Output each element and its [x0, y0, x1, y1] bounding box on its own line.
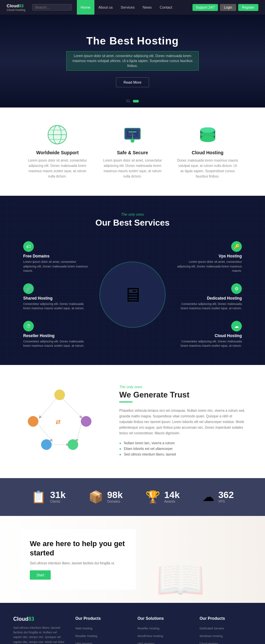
trust-diagram: 👤 💡 👤 🔵 🔴 ⇄ — [20, 388, 99, 455]
svg-text:⇄: ⇄ — [56, 419, 61, 425]
footer-solutions-links: Reseller Hosting WordPress Hosting VPS H… — [137, 625, 190, 644]
start-button[interactable]: Start — [30, 570, 51, 580]
stat-awards: 🏆 14k Awards — [145, 490, 180, 504]
feature-secure-title: Safe & Secure — [102, 150, 164, 155]
worldwide-icon — [47, 124, 68, 145]
feature-worldwide: Worldwide Support Lorem ipsum dolor sit … — [20, 124, 95, 179]
stats-section: 📋 31k Clients 📦 98k Domains 🏆 14k Awards… — [0, 478, 265, 516]
svg-rect-10 — [129, 131, 136, 132]
footer-logo: Cloud83 — [13, 616, 66, 622]
services-right: 🔑 Vps Hosting Lorem ipsum dolor sit amet… — [176, 241, 242, 348]
hero-description: Lorem ipsum dolor sit amet, consectetur … — [66, 51, 199, 71]
services-grid: 🏷 Free Domains Lorem ipsum dolor sit ame… — [13, 241, 252, 348]
footer-sol-wordpress[interactable]: WordPress Hosting — [137, 632, 190, 638]
footer-link-reseller[interactable]: Reseller Hosting — [76, 632, 128, 638]
trust-underline — [119, 401, 132, 402]
domains-value: 98k — [107, 490, 123, 500]
feature-secure-desc: Lorem ipsum dolor sit amet, consectetur … — [102, 158, 164, 179]
domains-icon: 📦 — [88, 490, 103, 504]
service-shared-hosting: 🔗 Shared Hosting Consectetur adipiscing … — [23, 283, 89, 311]
footer-comp-cloud[interactable]: Cloud Hosting — [200, 640, 252, 644]
vps-value: 362 — [218, 490, 234, 500]
svg-point-29 — [41, 439, 52, 450]
footer-company-products-title: Our Products — [200, 616, 252, 621]
stat-vps: ☁ 362 VPS — [202, 490, 234, 504]
stat-domains: 📦 98k Domains — [88, 490, 123, 504]
svg-point-22 — [200, 127, 215, 133]
footer-company-col: Our Products Dedicated Servers Windows H… — [200, 616, 252, 644]
nav-about[interactable]: About us — [94, 0, 117, 15]
logo: Cloud83 Cloud Hosting — [7, 3, 26, 12]
trust-list-item-1: Nullam lorem larc, viverra a rutrum — [119, 441, 245, 445]
footer-products-col: Our Products Web Hosting Reseller Hostin… — [76, 616, 128, 644]
trust-title: We Generate Trust — [119, 390, 245, 399]
cloud-icon — [197, 124, 218, 145]
services-center-circle: 🖥 — [99, 261, 166, 328]
svg-rect-12 — [129, 135, 135, 136]
free-domains-icon: 🏷 — [23, 241, 34, 252]
read-more-button[interactable]: Read More — [116, 77, 149, 87]
nav-home[interactable]: Home — [77, 0, 94, 15]
clients-label: Clients — [50, 500, 66, 503]
register-button[interactable]: Register — [238, 4, 258, 11]
hero-section: The Best Hosting Lorem ipsum dolor sit a… — [0, 15, 265, 107]
nav-services[interactable]: Services — [117, 0, 138, 15]
dedicated-icon: ⚙ — [231, 283, 242, 294]
services-center: 🖥 — [96, 258, 169, 331]
reseller-hosting-icon: ⏱ — [23, 321, 34, 331]
trust-list: Nullam lorem larc, viverra a rutrum Etia… — [119, 441, 245, 456]
footer-link-vps[interactable]: VPS Hosting — [76, 640, 128, 644]
awards-label: Awards — [164, 500, 180, 503]
domains-label: Domains — [107, 500, 123, 503]
service-reseller-hosting: ⏱ Reseller Hosting Consectetur adipiscin… — [23, 321, 89, 348]
footer-company-links: Dedicated Servers Windows Hosting Cloud … — [200, 625, 252, 644]
service-vps: 🔑 Vps Hosting Lorem ipsum dolor sit amet… — [176, 241, 242, 273]
cta-decoration: 📖 — [156, 556, 205, 603]
footer-link-web-hosting[interactable]: Web Hosting — [76, 625, 128, 631]
svg-point-8 — [131, 139, 134, 143]
trust-list-item-3: Sed ultrices interdum libero, laoreet — [119, 453, 245, 456]
nav-contact[interactable]: Contact — [156, 0, 176, 15]
nav-news[interactable]: News — [138, 0, 156, 15]
feature-secure: Safe & Secure Lorem ipsum dolor sit amet… — [95, 124, 170, 179]
svg-point-23 — [54, 390, 65, 400]
clients-icon: 📋 — [31, 490, 46, 504]
navbar-actions: Support 24/7 Login Register — [192, 4, 258, 11]
hero-content: The Best Hosting Lorem ipsum dolor sit a… — [66, 35, 199, 87]
footer-about-col: Cloud83 Sed ultrices interdum libero, la… — [13, 616, 66, 644]
footer-sol-reseller[interactable]: Reseller Hosting — [137, 625, 190, 631]
footer-sol-vps[interactable]: VPS Hosting — [137, 640, 190, 644]
footer-comp-windows[interactable]: Windows Hosting — [200, 632, 252, 638]
service-free-domains: 🏷 Free Domains Lorem ipsum dolor sit ame… — [23, 241, 89, 273]
footer-products-links: Web Hosting Reseller Hosting VPS Hosting… — [76, 625, 128, 644]
footer-solutions-title: Our Solutions — [137, 616, 190, 621]
hero-dots: 01. — [126, 99, 139, 103]
feature-worldwide-title: Worldwide Support — [26, 150, 88, 155]
login-button[interactable]: Login — [220, 4, 236, 11]
vps-icon: 🔑 — [231, 241, 242, 252]
awards-icon: 🏆 — [145, 490, 160, 504]
feature-cloud-desc: Donec malesuada lorem maximus mauris vol… — [177, 158, 238, 179]
cta-section: We are here to help you get started Sed … — [0, 516, 265, 603]
svg-point-25 — [28, 416, 38, 427]
footer-about-text: Sed ultrices interdum libero, laoreet fa… — [13, 625, 66, 644]
support-button[interactable]: Support 24/7 — [192, 4, 218, 11]
cta-description: Sed ultrices interdum libero, laoreet fa… — [30, 561, 126, 565]
svg-point-27 — [81, 416, 91, 427]
trust-section: 👤 💡 👤 🔵 🔴 ⇄ The only ones — [0, 365, 265, 478]
clients-value: 31k — [50, 490, 66, 500]
navbar: Cloud83 Cloud Hosting Home About us Serv… — [0, 0, 265, 15]
footer: Cloud83 Sed ultrices interdum libero, la… — [0, 603, 265, 644]
trust-visual: 👤 💡 👤 🔵 🔴 ⇄ — [20, 388, 106, 455]
search-input[interactable] — [32, 4, 72, 11]
svg-rect-11 — [129, 133, 134, 134]
footer-comp-dedicated[interactable]: Dedicated Servers — [200, 625, 252, 631]
trust-subtitle: The only ones — [119, 385, 245, 389]
vps-label: VPS — [218, 500, 234, 503]
trust-description: Phasellus vehicula tempus orci vel crino… — [119, 408, 245, 436]
service-cloud: ☁ Cloud Hosting Consectetur adipiscing e… — [176, 321, 242, 348]
footer-products-title: Our Products — [76, 616, 128, 621]
feature-worldwide-desc: Lorem ipsum dolor sit amet, consectetur … — [26, 158, 88, 179]
cloud-service-icon: ☁ — [231, 321, 242, 331]
features-section: Worldwide Support Lorem ipsum dolor sit … — [0, 107, 265, 196]
